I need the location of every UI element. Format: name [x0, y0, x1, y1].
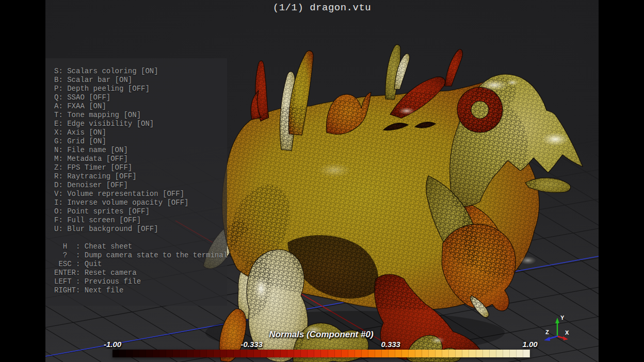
scalar-bar-title: Normals (Component #0) — [112, 330, 530, 339]
cheatsheet-line: O: Point sprites [OFF] — [54, 207, 228, 216]
scalar-bar-segment — [395, 350, 402, 357]
cheatsheet-line: S: Scalars coloring [ON] — [54, 67, 228, 76]
scalar-bar-segment — [173, 350, 180, 357]
scalar-bar-segment — [153, 350, 159, 357]
cheatsheet-line: ENTER: Reset camera — [54, 269, 228, 277]
cheatsheet-line: R: Raytracing [OFF] — [54, 172, 228, 181]
scalar-bar-segment — [301, 350, 308, 357]
cheatsheet-line: D: Denoiser [OFF] — [54, 181, 228, 190]
scalar-bar-segment — [503, 350, 510, 357]
letterbox-right — [599, 0, 644, 362]
scalar-bar-segment — [483, 350, 490, 357]
scalar-bar-gradient — [112, 350, 530, 357]
scalar-bar-segment — [456, 350, 462, 357]
cheatsheet-line: M: Metadata [OFF] — [54, 155, 228, 163]
scalar-bar-segment — [348, 350, 355, 357]
scalar-bar-segment — [462, 350, 469, 357]
cheatsheet-line: F: Full screen [OFF] — [54, 216, 228, 225]
scalar-bar-segment — [496, 350, 503, 357]
cheatsheet-line: RIGHT: Next file — [54, 286, 228, 295]
scalar-bar-tick-label: 0.333 — [381, 340, 400, 349]
scalar-bar-segment — [355, 350, 362, 357]
scalar-bar-segment — [287, 350, 294, 357]
scalar-bar-segment — [523, 350, 530, 357]
scalar-bar-segment — [187, 350, 194, 357]
scalar-bar-segment — [409, 350, 415, 357]
letterbox-left — [0, 0, 45, 362]
y-axis-label: Y — [560, 315, 565, 321]
scalar-bar-segment — [220, 350, 227, 357]
cheatsheet-text: S: Scalars coloring [ON]B: Scalar bar [O… — [54, 67, 228, 295]
scalar-bar-segment — [119, 350, 126, 357]
cheatsheet-line: ? : Dump camera state to the terminal — [54, 251, 228, 260]
cheatsheet-line: H : Cheat sheet — [54, 242, 228, 251]
scalar-bar-segment — [510, 350, 517, 357]
cheatsheet-line: Q: SSAO [OFF] — [54, 93, 228, 102]
scalar-bar-segment — [146, 350, 153, 357]
cheatsheet-line: B: Scalar bar [ON] — [54, 76, 228, 85]
scalar-bar-segment — [294, 350, 301, 357]
scalar-bar-segment — [429, 350, 436, 357]
x-axis-label: X — [565, 330, 569, 336]
scalar-bar-ticks: -1.00-0.3330.3331.00 — [112, 340, 530, 349]
scalar-bar-segment — [517, 350, 523, 357]
scalar-bar-segment — [415, 350, 422, 357]
scalar-bar-segment — [133, 350, 139, 357]
scalar-bar-segment — [126, 350, 133, 357]
scalar-bar-segment — [476, 350, 483, 357]
scalar-bar-segment — [342, 350, 348, 357]
scalar-bar-segment — [368, 350, 375, 357]
app-window: Y X Z (1/1) dragon.vtu S: Scalars colori… — [0, 0, 644, 362]
scalar-bar-segment — [469, 350, 476, 357]
scalar-bar-segment — [490, 350, 496, 357]
scalar-bar-segment — [112, 350, 119, 357]
scalar-bar-segment — [200, 350, 207, 357]
scalar-bar-segment — [335, 350, 342, 357]
scalar-bar-segment — [247, 350, 254, 357]
scalar-bar-tick-label: 1.00 — [522, 340, 537, 349]
scalar-bar-segment — [234, 350, 240, 357]
scalar-bar-segment — [362, 350, 368, 357]
scalar-bar-segment — [402, 350, 409, 357]
cheatsheet-line: E: Edge visibility [ON] — [54, 120, 228, 128]
cheatsheet-panel: S: Scalars coloring [ON]B: Scalar bar [O… — [45, 58, 227, 306]
scalar-bar-segment — [254, 350, 261, 357]
scalar-bar: Normals (Component #0) -1.00-0.3330.3331… — [112, 330, 530, 358]
scalar-bar-segment — [308, 350, 314, 357]
scalar-bar-segment — [442, 350, 449, 357]
scalar-bar-segment — [139, 350, 146, 357]
scalar-bar-segment — [375, 350, 382, 357]
scalar-bar-segment — [159, 350, 166, 357]
cheatsheet-line — [54, 234, 228, 242]
scalar-bar-segment — [328, 350, 335, 357]
scalar-bar-segment — [274, 350, 281, 357]
scalar-bar-tick-label: -1.00 — [104, 340, 121, 349]
scalar-bar-segment — [207, 350, 214, 357]
cheatsheet-line: U: Blur background [OFF] — [54, 225, 228, 234]
cheatsheet-line: G: Grid [ON] — [54, 137, 228, 146]
scalar-bar-segment — [240, 350, 247, 357]
cheatsheet-line: N: File name [ON] — [54, 146, 228, 155]
cheatsheet-line: X: Axis [ON] — [54, 128, 228, 137]
cheatsheet-line: Z: FPS Timer [OFF] — [54, 163, 228, 172]
z-axis-label: Z — [545, 329, 549, 335]
scalar-bar-segment — [227, 350, 234, 357]
render-viewport[interactable]: Y X Z (1/1) dragon.vtu S: Scalars colori… — [45, 0, 599, 362]
scalar-bar-segment — [449, 350, 456, 357]
scalar-bar-tick-label: -0.333 — [241, 340, 263, 349]
scalar-bar-segment — [422, 350, 429, 357]
cheatsheet-line: I: Inverse volume opacity [OFF] — [54, 199, 228, 207]
scalar-bar-segment — [267, 350, 274, 357]
cheatsheet-line: A: FXAA [ON] — [54, 102, 228, 111]
scalar-bar-segment — [180, 350, 186, 357]
scalar-bar-segment — [382, 350, 389, 357]
cheatsheet-line: V: Volume representation [OFF] — [54, 190, 228, 199]
file-name-label: (1/1) dragon.vtu — [45, 2, 599, 13]
scalar-bar-segment — [436, 350, 442, 357]
scalar-bar-segment — [194, 350, 200, 357]
cheatsheet-line: LEFT : Previous file — [54, 277, 228, 286]
scalar-bar-segment — [261, 350, 267, 357]
scalar-bar-segment — [321, 350, 328, 357]
cheatsheet-line: T: Tone mapping [ON] — [54, 111, 228, 120]
scalar-bar-segment — [166, 350, 173, 357]
